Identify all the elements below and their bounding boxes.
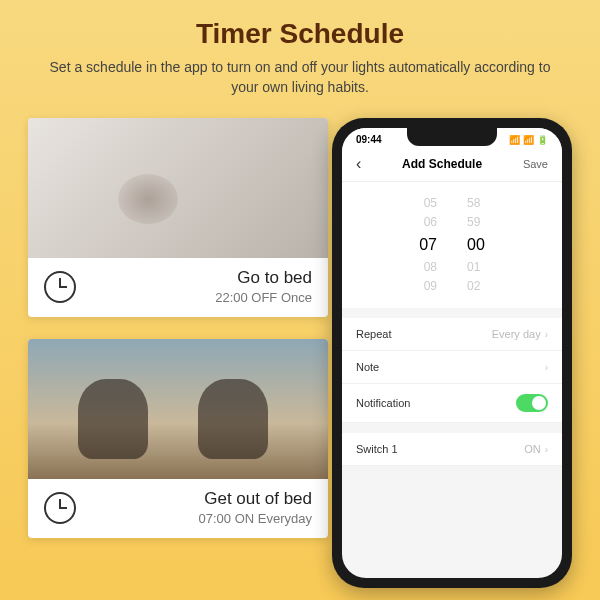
setting-label: Notification [356, 397, 410, 409]
setting-value-text: Every day [492, 328, 541, 340]
card-get-out-of-bed: Get out of bed 07:00 ON Everyday [28, 339, 328, 538]
setting-label: Note [356, 361, 379, 373]
card-subtitle: 07:00 ON Everyday [92, 511, 312, 526]
schedule-cards: Go to bed 22:00 OFF Once Get out of bed … [28, 118, 328, 538]
setting-repeat[interactable]: Repeat Every day › [342, 318, 562, 351]
time-picker[interactable]: 05 58 06 59 07 00 08 01 09 02 [342, 182, 562, 308]
status-time: 09:44 [356, 134, 382, 145]
setting-switch1[interactable]: Switch 1 ON › [342, 433, 562, 466]
setting-value: › [545, 362, 548, 373]
signal-icon: 📶 [509, 135, 520, 145]
page-title: Timer Schedule [40, 18, 560, 50]
card-go-to-bed: Go to bed 22:00 OFF Once [28, 118, 328, 317]
notification-toggle[interactable] [516, 394, 548, 412]
phone-screen: 09:44 📶 📶 🔋 ‹ Add Schedule Save 05 58 [342, 128, 562, 578]
battery-icon: 🔋 [537, 135, 548, 145]
nav-title: Add Schedule [402, 157, 482, 171]
setting-notification: Notification [342, 384, 562, 423]
list-gap [342, 423, 562, 433]
picker-hour: 08 [424, 258, 437, 277]
back-button[interactable]: ‹ [356, 155, 361, 173]
setting-label: Repeat [356, 328, 391, 340]
card-image-wake [28, 339, 328, 479]
setting-value: Every day › [492, 328, 548, 340]
picker-row: 09 02 [342, 277, 562, 296]
card-text: Get out of bed 07:00 ON Everyday [92, 489, 312, 526]
picker-row-selected: 07 00 [342, 232, 562, 258]
picker-row: 05 58 [342, 194, 562, 213]
content-area: Go to bed 22:00 OFF Once Get out of bed … [28, 118, 572, 600]
picker-row: 06 59 [342, 213, 562, 232]
picker-minute: 58 [467, 194, 480, 213]
card-footer: Get out of bed 07:00 ON Everyday [28, 479, 328, 538]
card-footer: Go to bed 22:00 OFF Once [28, 258, 328, 317]
card-image-sleep [28, 118, 328, 258]
status-icons: 📶 📶 🔋 [509, 135, 548, 145]
clock-icon [44, 492, 76, 524]
picker-row: 08 01 [342, 258, 562, 277]
header: Timer Schedule Set a schedule in the app… [0, 0, 600, 107]
page-subtitle: Set a schedule in the app to turn on and… [40, 58, 560, 97]
card-subtitle: 22:00 OFF Once [92, 290, 312, 305]
picker-minute: 59 [467, 213, 480, 232]
picker-hour: 06 [424, 213, 437, 232]
nav-bar: ‹ Add Schedule Save [342, 147, 562, 182]
picker-hour: 07 [419, 232, 437, 258]
wifi-icon: 📶 [523, 135, 534, 145]
picker-minute: 01 [467, 258, 480, 277]
picker-hour: 09 [424, 277, 437, 296]
clock-icon [44, 271, 76, 303]
chevron-right-icon: › [545, 444, 548, 455]
chevron-right-icon: › [545, 362, 548, 373]
phone-mockup: 09:44 📶 📶 🔋 ‹ Add Schedule Save 05 58 [332, 118, 572, 588]
card-text: Go to bed 22:00 OFF Once [92, 268, 312, 305]
chevron-right-icon: › [545, 329, 548, 340]
phone-notch [407, 128, 497, 146]
card-title: Go to bed [92, 268, 312, 288]
setting-value: ON › [524, 443, 548, 455]
settings-list: Repeat Every day › Note › Notification [342, 318, 562, 466]
setting-label: Switch 1 [356, 443, 398, 455]
card-title: Get out of bed [92, 489, 312, 509]
setting-value-text: ON [524, 443, 541, 455]
setting-note[interactable]: Note › [342, 351, 562, 384]
picker-minute: 02 [467, 277, 480, 296]
picker-hour: 05 [424, 194, 437, 213]
save-button[interactable]: Save [523, 158, 548, 170]
picker-minute: 00 [467, 232, 485, 258]
